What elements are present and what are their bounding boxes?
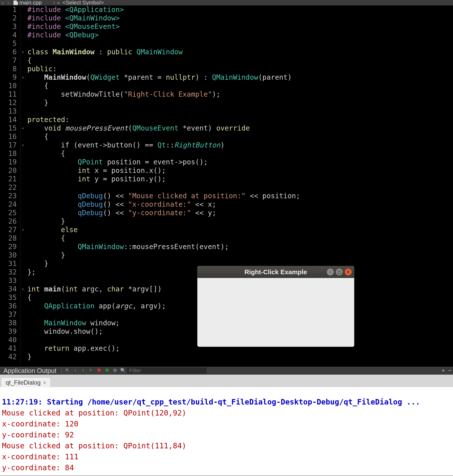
code-line[interactable]: { [27, 133, 453, 141]
open-file-name[interactable]: main.cpp [19, 0, 42, 6]
line-number: 5 [0, 39, 17, 48]
app-window[interactable]: Right-Click Example – ▢ × [197, 266, 354, 347]
code-line[interactable]: void mousePressEvent(QMouseEvent *event)… [27, 124, 453, 133]
code-line[interactable]: qDebug() << "y-coordinate:" << y; [27, 209, 453, 217]
attach-icon[interactable]: ⇱ [64, 368, 70, 374]
line-number: 34 [0, 285, 17, 293]
line-number: 21 [0, 175, 17, 183]
line-number: 26 [0, 217, 17, 226]
window-maximize-button[interactable]: ▢ [336, 269, 343, 275]
code-line[interactable]: QPoint position = event->pos(); [27, 158, 453, 166]
line-number: 11 [0, 90, 17, 99]
output-prev-icon[interactable]: ‹ [72, 368, 78, 374]
nav-forward-button[interactable]: › [5, 0, 11, 6]
output-remove-button[interactable]: − [447, 367, 453, 374]
line-number: 33 [0, 276, 17, 285]
output-tab[interactable]: qt_FileDialog × [1, 377, 51, 387]
line-number: 24 [0, 200, 17, 209]
output-next-icon[interactable]: › [80, 368, 86, 374]
settings-icon[interactable]: ⚙ [112, 368, 118, 374]
fold-marker[interactable]: ▾ [20, 73, 25, 82]
code-line[interactable]: setWindowTitle("Right-Click Example"); [27, 90, 453, 99]
line-number: 25 [0, 209, 17, 217]
line-number: 3 [0, 22, 17, 31]
fold-marker [20, 260, 25, 268]
code-line[interactable]: } [27, 99, 453, 107]
code-line[interactable]: qDebug() << "x-coordinate:" << x; [27, 200, 453, 209]
line-number: 27 [0, 226, 17, 234]
code-line[interactable]: int x = position.x(); [27, 166, 453, 175]
line-number: 28 [0, 234, 17, 243]
code-line[interactable]: MainWindow(QWidget *parent = nullptr) : … [27, 73, 453, 82]
code-line[interactable]: #include <QMainWindow> [27, 14, 453, 22]
output-filter-input[interactable] [127, 368, 207, 374]
fold-marker[interactable]: ▾ [20, 124, 25, 133]
code-line[interactable]: QMainWindow::mousePressEvent(event); [27, 243, 453, 251]
code-line[interactable]: } [27, 217, 453, 226]
line-number: 30 [0, 251, 17, 260]
code-line[interactable]: qDebug() << "Mouse clicked at position:"… [27, 192, 453, 200]
code-line[interactable]: #include <QMouseEvent> [27, 22, 453, 31]
line-number: 20 [0, 166, 17, 175]
code-line[interactable]: class MainWindow : public QMainWindow [27, 48, 453, 56]
symbol-selector[interactable]: <Select Symbol> [62, 0, 104, 6]
fold-marker [20, 209, 25, 217]
symbol-close-icon[interactable]: × [57, 0, 60, 6]
code-line[interactable]: { [27, 56, 453, 65]
rerun-icon[interactable] [104, 368, 110, 374]
code-line[interactable] [27, 107, 453, 116]
code-line[interactable]: else [27, 226, 453, 234]
code-line[interactable] [27, 183, 453, 192]
code-line[interactable]: #include <QDebug> [27, 31, 453, 39]
app-window-body[interactable] [197, 278, 354, 347]
app-window-titlebar[interactable]: Right-Click Example – ▢ × [197, 266, 354, 278]
close-icon[interactable]: × [43, 380, 46, 386]
fold-marker[interactable]: ▾ [20, 285, 25, 293]
output-line: 11:27:19: Starting /home/user/qt_cpp_tes… [2, 397, 451, 408]
code-line[interactable]: } [27, 353, 453, 361]
fold-marker [20, 133, 25, 141]
code-line[interactable]: #include <QApplication> [27, 5, 453, 14]
code-line[interactable]: { [27, 234, 453, 243]
line-number: 31 [0, 260, 17, 268]
run-icon[interactable] [88, 368, 94, 374]
code-line[interactable]: int y = position.y(); [27, 175, 453, 183]
code-line[interactable]: public: [27, 65, 453, 73]
output-body[interactable]: 11:27:19: Starting /home/user/qt_cpp_tes… [0, 387, 453, 476]
zoom-icon[interactable]: 🔍 [120, 368, 126, 374]
symbol-resize-icon[interactable]: ⇕ [53, 0, 56, 5]
output-line: Mouse clicked at position: QPoint(120,92… [2, 408, 451, 418]
nav-back-button[interactable]: ‹ [0, 0, 5, 6]
fold-marker [20, 217, 25, 226]
code-line[interactable]: { [27, 149, 453, 158]
fold-marker [20, 336, 25, 344]
line-number: 7 [0, 56, 17, 65]
output-panel-title: Application Output [0, 367, 60, 375]
line-number: 14 [0, 116, 17, 124]
line-number: 40 [0, 336, 17, 344]
fold-marker [20, 14, 25, 22]
code-line[interactable]: { [27, 82, 453, 90]
fold-column[interactable]: ▾▾▾▾▾▾ [20, 5, 25, 367]
app-window-title: Right-Click Example [244, 268, 307, 276]
fold-marker [20, 166, 25, 175]
fold-marker [20, 293, 25, 302]
line-number: 22 [0, 183, 17, 192]
fold-marker[interactable]: ▾ [20, 141, 25, 149]
stop-icon[interactable] [96, 368, 102, 374]
code-line[interactable]: } [27, 251, 453, 260]
window-close-button[interactable]: × [345, 269, 352, 275]
fold-marker[interactable]: ▾ [20, 48, 25, 56]
line-number: 35 [0, 293, 17, 302]
code-line[interactable]: protected: [27, 116, 453, 124]
code-line[interactable]: if (event->button() == Qt::RightButton) [27, 141, 453, 149]
code-line[interactable] [27, 39, 453, 48]
output-line: x-coordinate: 120 [2, 418, 451, 429]
fold-marker [20, 276, 25, 285]
line-number-gutter: 1234567891011121314151617181920212223242… [0, 5, 20, 367]
fold-marker [20, 116, 25, 124]
window-minimize-button[interactable]: – [327, 269, 334, 275]
output-add-button[interactable]: + [440, 367, 447, 374]
fold-marker[interactable]: ▾ [20, 226, 25, 234]
fold-marker [20, 310, 25, 319]
